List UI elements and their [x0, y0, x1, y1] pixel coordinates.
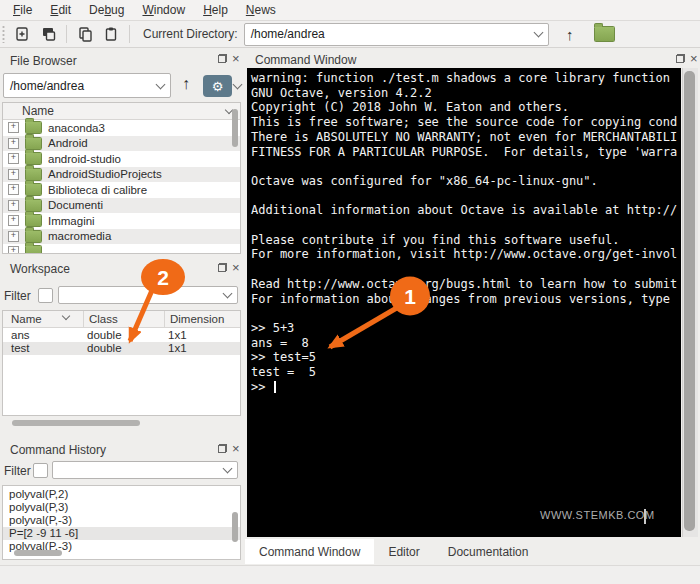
terminal-line: This is free software; see the source co…	[251, 115, 681, 130]
workspace-row[interactable]: testdouble1x1	[3, 342, 240, 355]
expand-icon[interactable]	[8, 231, 19, 242]
workspace-close-icon[interactable]: ×	[232, 263, 240, 273]
file-row[interactable]: Android	[3, 136, 240, 152]
file-browser-close-icon[interactable]: ×	[232, 54, 240, 64]
file-row[interactable]: macromedia	[3, 229, 240, 245]
history-item[interactable]: polyval(P,2)	[3, 488, 240, 501]
file-browser-title: File Browser	[10, 54, 77, 68]
header-separator	[83, 311, 84, 327]
terminal-line	[251, 306, 681, 321]
toolbar-drag-handle[interactable]	[2, 25, 5, 43]
expand-icon[interactable]	[8, 169, 19, 180]
current-directory-value: /home/andrea	[251, 27, 325, 41]
workspace-row[interactable]: ansdouble1x1	[3, 329, 240, 342]
history-item[interactable]: polyval(P,3)	[3, 501, 240, 514]
terminal-line	[251, 218, 681, 233]
file-name-label: anaconda3	[48, 122, 105, 134]
workspace-cell-name: test	[3, 342, 81, 355]
file-name-label: AndroidStudioProjects	[48, 168, 162, 180]
open-button[interactable]	[37, 23, 59, 45]
command-window-close-icon[interactable]: ×	[690, 54, 698, 64]
menu-item-edit[interactable]: Edit	[41, 1, 80, 19]
command-history-vscroll-thumb[interactable]	[232, 512, 238, 542]
file-browser-up-button[interactable]: ↑	[182, 76, 190, 92]
workspace-table: NameClassDimension ansdouble1x1testdoubl…	[2, 310, 241, 416]
tab-editor[interactable]: Editor	[374, 539, 433, 564]
workspace-hscroll-thumb[interactable]	[12, 420, 140, 426]
header-separator	[164, 311, 165, 327]
browse-directory-button[interactable]	[591, 23, 619, 45]
file-row-partial	[3, 244, 240, 254]
menu-item-window[interactable]: Window	[133, 1, 194, 19]
new-script-button[interactable]	[11, 23, 33, 45]
chevron-down-icon	[223, 464, 233, 474]
up-arrow-icon: ↑	[566, 27, 574, 42]
toolbar-separator	[66, 25, 67, 43]
file-browser-vscroll-thumb[interactable]	[232, 109, 238, 147]
workspace-column-header-dimension[interactable]: Dimension	[170, 313, 224, 325]
file-name-label: Biblioteca di calibre	[48, 184, 147, 196]
file-row[interactable]: AndroidStudioProjects	[3, 167, 240, 183]
command-window-float-icon[interactable]	[676, 54, 685, 63]
file-browser-actions-button[interactable]: ⚙	[203, 75, 232, 97]
command-history-filter-combobox[interactable]	[52, 461, 238, 479]
file-row[interactable]: anaconda3	[3, 120, 240, 136]
menu-item-debug[interactable]: Debug	[80, 1, 133, 19]
file-browser-list: Name anaconda3Androidandroid-studioAndro…	[2, 102, 241, 254]
copy-button[interactable]	[74, 23, 96, 45]
command-history-float-icon[interactable]	[218, 444, 227, 453]
expand-icon[interactable]	[8, 138, 19, 149]
menu-item-news[interactable]: News	[237, 1, 285, 19]
menu-item-file[interactable]: File	[4, 1, 41, 19]
command-history-filter-checkbox[interactable]	[33, 463, 48, 478]
workspace-column-header-class[interactable]: Class	[89, 313, 118, 325]
expand-icon[interactable]	[8, 153, 19, 164]
tab-command-window[interactable]: Command Window	[245, 539, 374, 564]
command-history-close-icon[interactable]: ×	[232, 444, 240, 454]
status-bar	[0, 565, 700, 584]
file-browser-name-header[interactable]: Name	[3, 103, 240, 120]
command-history-hscroll-thumb[interactable]	[14, 550, 62, 556]
terminal-line: Additional information about Octave is a…	[251, 203, 681, 218]
file-browser-rows: anaconda3Androidandroid-studioAndroidStu…	[3, 120, 240, 254]
octave-main-window: FileEditDebugWindowHelpNews	[0, 0, 700, 584]
workspace-title: Workspace	[10, 262, 70, 276]
file-row[interactable]: Immagini	[3, 213, 240, 229]
workspace-filter-combobox[interactable]	[58, 286, 238, 304]
file-row[interactable]: Documenti	[3, 198, 240, 214]
workspace-cell-class: double	[81, 329, 162, 342]
file-row[interactable]: Biblioteca di calibre	[3, 182, 240, 198]
file-browser-float-icon[interactable]	[218, 54, 227, 63]
terminal-line: >>	[251, 380, 681, 395]
workspace-float-icon[interactable]	[218, 263, 227, 272]
folder-icon	[25, 121, 42, 134]
expand-icon[interactable]	[8, 184, 19, 195]
menu-item-help[interactable]: Help	[194, 1, 237, 19]
tab-documentation[interactable]: Documentation	[434, 539, 543, 564]
bottom-tab-bar: Command WindowEditorDocumentation	[245, 539, 700, 564]
terminal-cursor	[274, 381, 276, 393]
expand-icon[interactable]	[8, 200, 19, 211]
history-item[interactable]: P=[2 -9 11 -6]	[3, 527, 240, 540]
command-history-items: polyval(P,2)polyval(P,3)polyval(P,-3)P=[…	[3, 486, 240, 553]
terminal-output[interactable]: warning: function ./test.m shadows a cor…	[247, 68, 681, 537]
paste-button[interactable]	[100, 23, 122, 45]
new-script-icon	[14, 26, 30, 42]
workspace-column-header-name[interactable]: Name	[11, 313, 42, 325]
terminal-line: test = 5	[251, 365, 681, 380]
gear-icon: ⚙	[212, 79, 224, 94]
file-row[interactable]: android-studio	[3, 151, 240, 167]
one-directory-up-button[interactable]: ↑	[559, 23, 581, 45]
current-directory-combobox[interactable]: /home/andrea	[244, 23, 549, 46]
chevron-down-icon[interactable]	[233, 80, 243, 90]
file-browser-path-combobox[interactable]: /home/andrea	[3, 73, 171, 98]
history-item[interactable]: polyval(P,-3)	[3, 514, 240, 527]
chevron-down-icon	[533, 28, 543, 38]
expand-icon[interactable]	[8, 215, 19, 226]
workspace-table-header[interactable]: NameClassDimension	[3, 311, 240, 328]
file-name-label: Immagini	[48, 215, 95, 227]
workspace-filter-checkbox[interactable]	[38, 288, 53, 303]
expand-icon[interactable]	[8, 122, 19, 133]
terminal-scrollbar-thumb[interactable]	[684, 71, 695, 531]
current-directory-label: Current Directory:	[143, 27, 238, 41]
